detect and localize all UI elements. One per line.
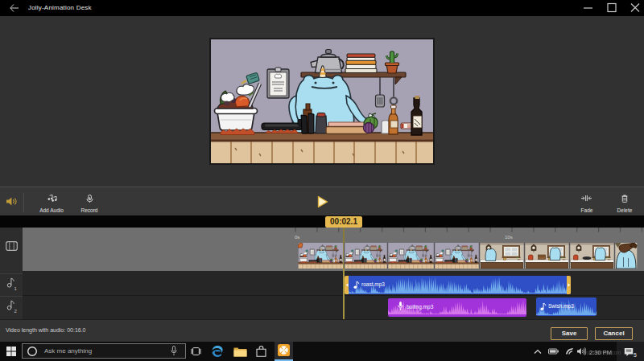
svg-text:2: 2 <box>14 309 18 314</box>
svg-text:1: 1 <box>14 286 18 291</box>
